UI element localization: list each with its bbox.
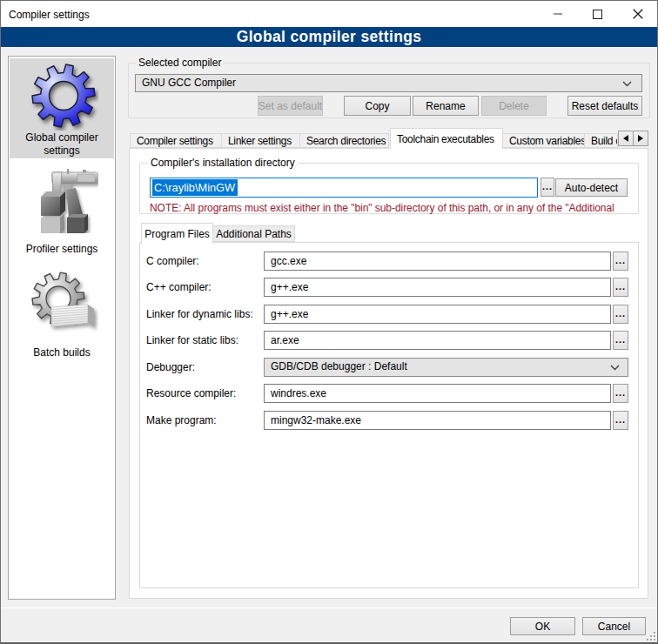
c-compiler-input[interactable]: gcc.exe — [264, 252, 611, 271]
profiler-icon — [29, 164, 98, 233]
sidebar-item-profiler-settings[interactable]: Profiler settings — [10, 158, 114, 258]
tab-scroll-left-button[interactable] — [618, 131, 634, 146]
field-label-debugger: Debugger: — [146, 361, 195, 374]
footer-separator — [1, 607, 657, 608]
arrow-right-icon — [638, 135, 643, 142]
close-icon — [633, 9, 643, 19]
subtab-label: Additional Paths — [216, 228, 292, 240]
cpp-compiler-input[interactable]: g++.exe — [264, 278, 611, 297]
field-value: windres.exe — [271, 387, 326, 399]
field-label-resource-compiler: Resource compiler: — [146, 387, 236, 400]
resource-compiler-input[interactable]: windres.exe — [264, 384, 611, 403]
compiler-select[interactable]: GNU GCC Compiler — [135, 74, 642, 92]
tab-label: Build options — [591, 135, 618, 147]
sidebar-item-global-compiler-settings[interactable]: Global compiler settings — [10, 58, 114, 158]
tab-search-directories[interactable]: Search directories — [299, 133, 389, 148]
note-text: NOTE: All programs must exist either in … — [150, 202, 637, 214]
make-program-input[interactable]: mingw32-make.exe — [264, 411, 611, 430]
cancel-button[interactable]: Cancel — [582, 617, 646, 635]
chevron-down-icon — [622, 81, 632, 87]
button-label: Copy — [365, 100, 389, 112]
maximize-icon — [593, 10, 602, 19]
auto-detect-button[interactable]: Auto-detect — [555, 178, 628, 197]
field-label-linker-dynamic: Linker for dynamic libs: — [146, 308, 253, 321]
minimize-button[interactable] — [538, 1, 577, 27]
arrow-left-icon — [623, 135, 628, 142]
install-dir-browse-button[interactable]: ... — [540, 178, 554, 197]
debugger-select[interactable]: GDB/CDB debugger : Default — [264, 358, 628, 377]
ok-button[interactable]: OK — [510, 617, 575, 635]
batch-builds-icon — [29, 269, 98, 339]
cpp-compiler-browse-button[interactable]: ... — [613, 278, 628, 297]
minimize-icon — [554, 13, 562, 15]
make-program-browse-button[interactable]: ... — [613, 411, 628, 430]
c-compiler-browse-button[interactable]: ... — [613, 252, 628, 271]
button-label: ... — [615, 335, 626, 344]
button-label: OK — [535, 621, 550, 633]
button-label: ... — [615, 282, 626, 291]
field-label-linker-static: Linker for static libs: — [146, 334, 238, 347]
button-label: Reset defaults — [572, 100, 639, 112]
subtab-label: Program Files — [144, 228, 210, 240]
tab-toolchain-executables[interactable]: Toolchain executables — [390, 128, 503, 149]
title-bar: Compiler settings — [1, 1, 657, 27]
field-label-c-compiler: C compiler: — [146, 255, 199, 268]
dialog-header: Global compiler settings — [1, 27, 657, 47]
resize-grip[interactable] — [647, 632, 656, 641]
subtab-additional-paths[interactable]: Additional Paths — [212, 225, 295, 242]
sidebar: Global compiler settings — [8, 56, 116, 600]
compiler-select-value: GNU GCC Compiler — [142, 77, 236, 89]
install-dir-group-label: Compiler's installation directory — [148, 157, 298, 170]
tab-compiler-settings[interactable]: Compiler settings — [130, 133, 222, 148]
tab-label: Compiler settings — [137, 135, 213, 147]
set-as-default-button[interactable]: Set as default — [258, 96, 323, 116]
sidebar-item-label: Global compiler settings — [10, 131, 114, 158]
sidebar-item-batch-builds[interactable]: Batch builds — [10, 260, 114, 360]
button-label: Rename — [426, 100, 465, 112]
tab-scroll-right-button[interactable] — [633, 131, 648, 146]
reset-defaults-button[interactable]: Reset defaults — [567, 96, 642, 116]
field-label-cpp-compiler: C++ compiler: — [146, 281, 212, 294]
sidebar-item-label: Profiler settings — [10, 243, 114, 256]
selected-compiler-group-label: Selected compiler — [136, 57, 224, 70]
tab-label: Custom variables — [509, 135, 585, 147]
linker-dynamic-browse-button[interactable]: ... — [613, 305, 628, 324]
field-value: mingw32-make.exe — [271, 414, 361, 426]
field-value: GDB/CDB debugger : Default — [271, 360, 407, 372]
button-label: Auto-detect — [565, 182, 618, 194]
maximize-button[interactable] — [578, 1, 617, 27]
field-value: g++.exe — [271, 281, 308, 293]
close-button[interactable] — [618, 1, 657, 27]
field-value: gcc.exe — [271, 255, 306, 267]
resource-compiler-browse-button[interactable]: ... — [613, 384, 628, 403]
window-title: Compiler settings — [9, 8, 90, 22]
button-label: ... — [615, 309, 626, 318]
button-label: ... — [542, 182, 553, 191]
tab-build-options[interactable]: Build options — [584, 133, 618, 148]
tab-label: Toolchain executables — [397, 133, 494, 145]
copy-button[interactable]: Copy — [344, 96, 411, 116]
tab-label: Linker settings — [228, 135, 292, 147]
linker-static-browse-button[interactable]: ... — [613, 331, 628, 350]
compiler-settings-dialog: Compiler settings Global compiler settin… — [0, 0, 658, 644]
button-label: ... — [615, 388, 626, 397]
button-label: ... — [615, 256, 626, 265]
field-label-make-program: Make program: — [146, 414, 217, 427]
linker-static-input[interactable]: ar.exe — [264, 331, 611, 350]
tab-label: Search directories — [306, 135, 386, 147]
sidebar-item-label: Batch builds — [10, 346, 114, 359]
field-value: ar.exe — [271, 334, 299, 346]
install-dir-input[interactable]: C:\raylib\MinGW — [150, 178, 538, 198]
button-label: ... — [615, 415, 626, 424]
button-label: Set as default — [258, 100, 322, 112]
linker-dynamic-input[interactable]: g++.exe — [264, 305, 611, 324]
chevron-down-icon — [610, 365, 620, 371]
delete-button[interactable]: Delete — [481, 96, 547, 116]
subtab-program-files[interactable]: Program Files — [141, 223, 213, 244]
install-dir-selected-text: C:\raylib\MinGW — [152, 179, 238, 196]
tab-custom-variables[interactable]: Custom variables — [502, 133, 585, 148]
field-value: g++.exe — [271, 308, 308, 320]
rename-button[interactable]: Rename — [413, 96, 479, 116]
tab-linker-settings[interactable]: Linker settings — [221, 133, 300, 148]
button-label: Cancel — [598, 621, 630, 633]
